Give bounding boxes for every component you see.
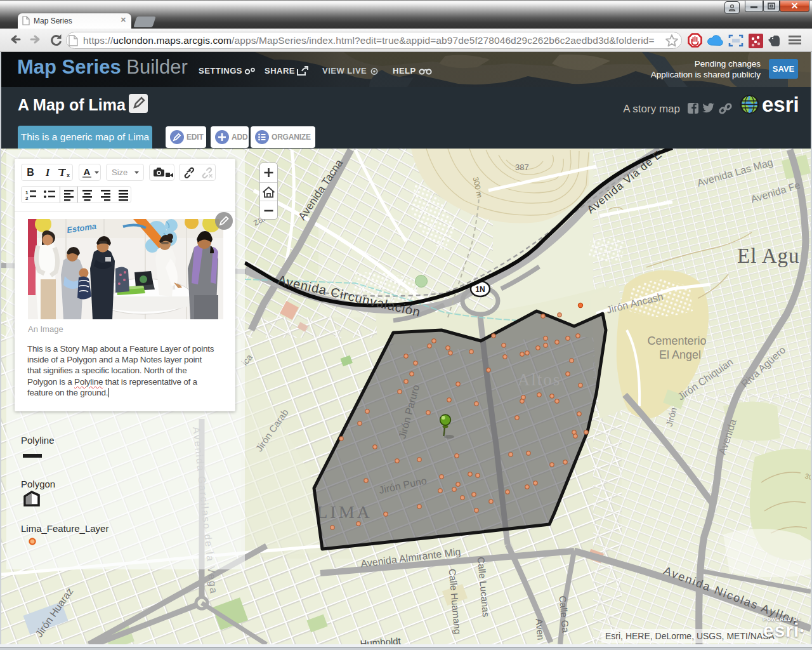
svg-text:1N: 1N [475,285,485,294]
svg-text:Aven: Aven [534,618,547,640]
svg-text:1: 1 [25,190,29,196]
svg-text:x: x [67,172,70,178]
svg-text:2: 2 [25,196,29,201]
svg-text:B: B [27,167,34,178]
svg-text:Altos: Altos [518,370,561,389]
svg-text:El Angel: El Angel [659,348,701,361]
svg-text:I: I [45,167,50,178]
svg-text:Size: Size [112,168,128,177]
svg-text:Cementerio: Cementerio [647,335,706,347]
svg-text:El Agu: El Agu [737,244,800,267]
svg-text:A: A [84,166,91,177]
svg-text:387: 387 [515,162,529,172]
svg-text:I: I [60,167,65,178]
